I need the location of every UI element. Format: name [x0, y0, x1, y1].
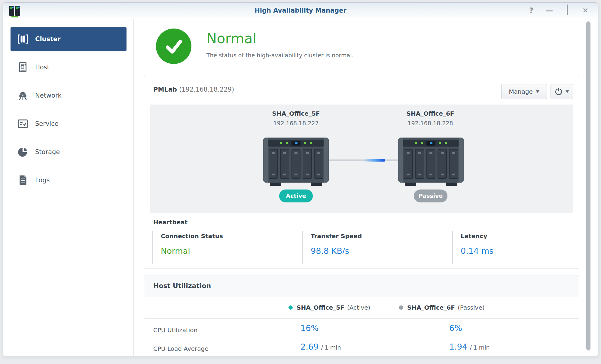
title-bar: High Availability Manager ? — ✕ — [3, 3, 598, 18]
metric-connection-status: Connection Status Normal — [152, 231, 302, 264]
cpu-load-active: 2.69/ 1 min — [300, 342, 341, 351]
cluster-icon — [17, 33, 29, 45]
latency-value: 0.14 ms — [461, 246, 570, 256]
host-ip: 192.168.18.228 — [382, 120, 478, 126]
power-icon — [555, 88, 563, 96]
host-name: SHA_Office_5F — [248, 110, 344, 117]
cluster-name-line: PMLab(192.168.18.229) — [153, 86, 234, 93]
sidebar-item-storage[interactable]: Storage — [11, 140, 127, 164]
active-role-badge: Active — [279, 190, 313, 202]
table-row-cpu-utilization: CPU Utilization 16% 6% — [144, 323, 579, 337]
network-icon — [17, 90, 29, 101]
passive-role-badge: Passive — [414, 190, 447, 202]
maximize-icon[interactable] — [563, 7, 571, 14]
cluster-status-description: The status of the high-availability clus… — [206, 52, 354, 59]
sidebar-item-label: Host — [35, 64, 50, 71]
legend-row: SHA_Office_5F (Active) SHA_Office_6F (Pa… — [144, 296, 579, 319]
data-flow-indicator — [364, 159, 385, 162]
metric-latency: Latency 0.14 ms — [452, 231, 570, 264]
sidebar-item-label: Logs — [35, 177, 50, 184]
status-ok-icon — [156, 29, 191, 64]
host-utilization-title: Host Utilization — [144, 275, 579, 296]
app-window: High Availability Manager ? — ✕ Cluster — [3, 2, 598, 356]
nas-led-bar — [268, 140, 324, 147]
nas-led-bar — [403, 140, 459, 147]
host-name: SHA_Office_6F — [382, 110, 478, 117]
manage-button[interactable]: Manage — [501, 84, 547, 99]
sidebar: Cluster Host — [3, 19, 134, 356]
chevron-down-icon — [566, 90, 569, 93]
sidebar-item-logs[interactable]: Logs — [11, 168, 127, 193]
cluster-card: PMLab(192.168.18.229) Manage SHA_Office_… — [144, 76, 579, 269]
help-icon[interactable]: ? — [527, 7, 535, 14]
nas-device-active — [263, 138, 329, 183]
sidebar-item-cluster[interactable]: Cluster — [11, 27, 127, 51]
power-button[interactable] — [551, 84, 573, 99]
nas-drive-bays — [269, 149, 323, 179]
metric-transfer-speed: Transfer Speed 98.8 KB/s — [302, 231, 452, 264]
cpu-load-passive: 1.94/ 1 min — [449, 342, 490, 351]
legend-active-host: SHA_Office_5F (Active) — [288, 296, 370, 319]
host-info-active: SHA_Office_5F 192.168.18.227 — [248, 110, 344, 126]
table-row-cpu-load-average: CPU Load Average 2.69/ 1 min 1.94/ 1 min — [144, 342, 579, 355]
sidebar-item-label: Network — [35, 92, 62, 99]
host-utilization-card: Host Utilization SHA_Office_5F (Active) … — [144, 275, 579, 356]
legend-dot-passive — [399, 305, 403, 310]
heartbeat-connection-line — [329, 159, 398, 161]
manage-button-label: Manage — [509, 88, 532, 95]
host-ip: 192.168.18.227 — [248, 120, 344, 126]
cluster-ip: (192.168.18.229) — [179, 86, 234, 93]
window-title: High Availability Manager — [3, 3, 598, 18]
storage-icon — [17, 146, 29, 158]
sidebar-item-label: Storage — [35, 148, 60, 156]
legend-passive-host: SHA_Office_6F (Passive) — [399, 296, 485, 319]
minimize-icon[interactable]: — — [545, 7, 553, 14]
transfer-speed-value: 98.8 KB/s — [311, 246, 452, 256]
nas-drive-bays — [404, 149, 458, 179]
connection-status-value: Normal — [161, 246, 302, 256]
service-icon — [17, 118, 29, 129]
chevron-down-icon — [536, 90, 539, 93]
heartbeat-title: Heartbeat — [153, 219, 188, 226]
cluster-status-title: Normal — [206, 30, 354, 47]
heartbeat-metrics: Connection Status Normal Transfer Speed … — [152, 231, 570, 264]
sidebar-item-label: Cluster — [35, 35, 61, 43]
vertical-scrollbar[interactable] — [586, 21, 590, 350]
legend-dot-active — [288, 305, 293, 310]
sidebar-item-service[interactable]: Service — [11, 111, 127, 136]
cluster-topology: SHA_Office_5F 192.168.18.227 SHA_Office_… — [150, 105, 573, 213]
sidebar-item-host[interactable]: Host — [11, 55, 127, 80]
cpu-utilization-active: 16% — [300, 323, 321, 333]
host-icon — [17, 62, 29, 73]
cpu-utilization-passive: 6% — [449, 323, 465, 333]
sidebar-item-label: Service — [35, 120, 59, 127]
cluster-name: PMLab — [153, 86, 177, 93]
nas-device-passive — [398, 138, 464, 183]
logs-icon — [17, 174, 29, 186]
sidebar-item-network[interactable]: Network — [11, 83, 127, 108]
host-info-passive: SHA_Office_6F 192.168.18.228 — [382, 110, 478, 126]
close-icon[interactable]: ✕ — [581, 7, 589, 14]
window-controls: ? — ✕ — [527, 3, 589, 18]
